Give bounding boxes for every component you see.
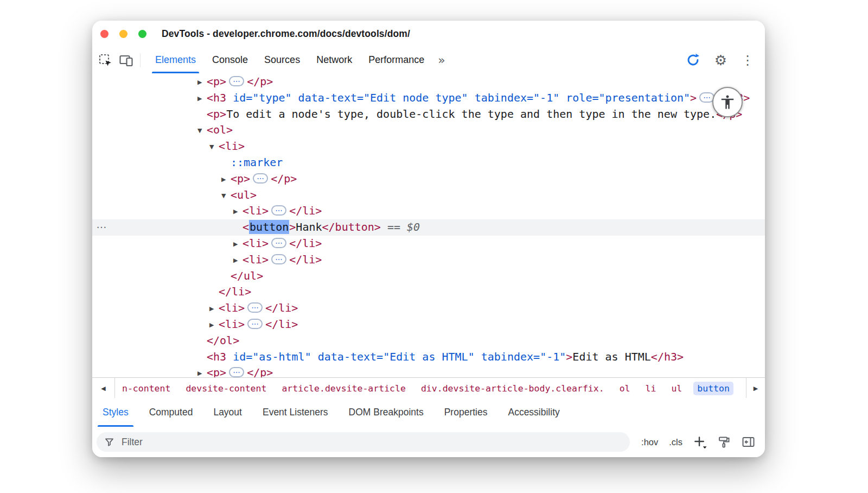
window-title: DevTools - developer.chrome.com/docs/dev… (162, 28, 410, 40)
breadcrumb-list: n-contentdevsite-contentarticle.devsite-… (115, 382, 741, 395)
dom-tree-row[interactable]: ▶<li>⋯</li> (92, 300, 765, 317)
expand-arrow-icon[interactable]: ▶ (197, 74, 207, 91)
dom-tree-row[interactable]: ▼<ul> (92, 187, 765, 204)
breadcrumb-scroll-right-button[interactable]: ▶ (746, 378, 765, 399)
dom-tree-row[interactable]: ▶<li>⋯</li> (92, 236, 765, 252)
tab-styles[interactable]: Styles (92, 398, 139, 427)
collapsed-content-icon[interactable]: ⋯ (271, 238, 286, 248)
tag-token: </button> (322, 220, 381, 233)
collapsed-content-icon[interactable]: ⋯ (247, 302, 263, 313)
styles-toolbar: :hov .cls (92, 427, 765, 457)
breadcrumb-item[interactable]: div.devsite-article-body.clearfix. (417, 382, 608, 395)
tag-token: </ul> (231, 269, 263, 282)
tab-computed[interactable]: Computed (139, 398, 203, 427)
expand-arrow-icon[interactable]: ▶ (197, 365, 207, 378)
tab-performance[interactable]: Performance (360, 47, 432, 73)
dom-tree-row[interactable]: ▼<li> (92, 138, 765, 155)
toggle-element-state-button[interactable]: :hov (641, 437, 658, 447)
paint-format-button[interactable] (718, 435, 731, 448)
tab-elements[interactable]: Elements (147, 47, 204, 73)
expand-arrow-icon[interactable]: ▶ (233, 252, 242, 269)
collapse-arrow-icon[interactable]: ▼ (197, 123, 207, 139)
breadcrumb-item[interactable]: ul (667, 382, 686, 395)
styles-filter-input[interactable] (120, 436, 623, 448)
dom-tree-row[interactable]: ▶<li>⋯</li> (92, 203, 765, 219)
breadcrumb-item[interactable]: li (642, 382, 660, 395)
expand-arrow-icon[interactable]: ▶ (209, 301, 219, 317)
dom-tree: ▶<p>⋯</p>▶<h3 id="type" data-text="Edit … (92, 73, 765, 378)
collapsed-content-icon[interactable]: ⋯ (253, 173, 268, 184)
inspect-icon (98, 53, 112, 67)
more-tabs-button[interactable]: » (438, 54, 445, 66)
dom-tree-row[interactable]: ▶<li>⋯</li> (92, 252, 765, 268)
breadcrumb-scroll-left-button[interactable]: ◀ (92, 378, 115, 399)
window-titlebar: DevTools - developer.chrome.com/docs/dev… (92, 21, 765, 47)
kebab-menu-icon[interactable]: ⋮ (741, 54, 754, 67)
toggle-sidebar-icon (742, 435, 755, 448)
attribute-name-token: role= (559, 91, 598, 104)
text-content: To edit a node's type, double-click the … (226, 108, 716, 121)
dom-tree-row[interactable]: </ul> (92, 268, 765, 285)
collapsed-content-icon[interactable]: ⋯ (247, 319, 263, 329)
dom-tree-row[interactable]: </ol> (92, 333, 765, 349)
expand-arrow-icon[interactable]: ▶ (209, 317, 219, 333)
tag-token: <p> (231, 172, 250, 185)
dom-tree-row[interactable]: …<button>Hank</button> == $0 (92, 219, 765, 236)
devtools-toolbar: ElementsConsoleSourcesNetworkPerformance… (92, 47, 765, 74)
breadcrumb-item[interactable]: button (693, 382, 733, 395)
expand-arrow-icon[interactable]: ▶ (233, 236, 242, 252)
tab-sources[interactable]: Sources (256, 47, 308, 73)
collapsed-content-icon[interactable]: ⋯ (271, 205, 286, 216)
tab-event-listeners[interactable]: Event Listeners (252, 398, 339, 427)
collapse-arrow-icon[interactable]: ▼ (221, 188, 231, 204)
dom-tree-row[interactable]: ▶<li>⋯</li> (92, 317, 765, 333)
collapsed-content-icon[interactable]: ⋯ (229, 76, 244, 86)
tab-console[interactable]: Console (204, 47, 256, 73)
tab-properties[interactable]: Properties (434, 398, 498, 427)
expand-arrow-icon[interactable]: ▶ (233, 204, 242, 220)
tag-token: <p> (207, 75, 226, 88)
expand-arrow-icon[interactable]: ▶ (221, 172, 231, 188)
tab-network[interactable]: Network (308, 47, 360, 73)
collapsed-content-icon[interactable]: ⋯ (229, 367, 244, 377)
more-actions-icon[interactable]: … (96, 217, 107, 233)
breadcrumb-item[interactable]: n-content (118, 382, 174, 395)
collapse-arrow-icon[interactable]: ▼ (209, 139, 219, 155)
tab-accessibility[interactable]: Accessibility (497, 398, 570, 427)
expand-arrow-icon[interactable]: ▶ (197, 91, 207, 107)
element-classes-button[interactable]: .cls (669, 437, 682, 447)
close-button[interactable] (100, 30, 108, 38)
dom-tree-row[interactable]: ▶<h3 id="type" data-text="Edit node type… (92, 90, 765, 106)
dom-tree-row[interactable]: <p>To edit a node's type, double-click t… (92, 106, 765, 123)
refresh-icon (686, 53, 700, 67)
breadcrumb-item[interactable]: article.devsite-article (278, 382, 409, 395)
tag-token: </p> (271, 172, 297, 185)
refresh-button[interactable] (686, 53, 700, 67)
dollar-zero-reference: $0 (407, 220, 420, 233)
collapsed-content-icon[interactable]: ⋯ (271, 254, 286, 264)
plus-icon (693, 435, 707, 449)
settings-gear-icon[interactable]: ⚙ (714, 53, 727, 67)
device-toolbar-button[interactable] (118, 52, 135, 68)
tag-token: </h3> (651, 350, 684, 363)
tab-dom-breakpoints[interactable]: DOM Breakpoints (339, 398, 434, 427)
dom-tree-row[interactable]: ▶<p>⋯</p> (92, 74, 765, 90)
breadcrumb-item[interactable]: devsite-content (182, 382, 270, 395)
tag-token: </li> (289, 237, 322, 250)
tab-layout[interactable]: Layout (203, 398, 252, 427)
toggle-sidebar-button[interactable] (742, 435, 755, 448)
minimize-button[interactable] (119, 30, 127, 38)
tag-token: <li> (242, 204, 269, 217)
dom-tree-row[interactable]: </li> (92, 284, 765, 300)
zoom-button[interactable] (138, 30, 146, 38)
dom-tree-row[interactable]: ▶<p>⋯</p> (92, 171, 765, 187)
dom-tree-row[interactable]: ▼<ol> (92, 122, 765, 138)
dom-tree-row[interactable]: ::marker (92, 155, 765, 171)
new-style-rule-button[interactable] (693, 435, 707, 449)
dom-tree-row[interactable]: ▶<p>⋯</p> (92, 365, 765, 378)
inspect-element-button[interactable] (97, 52, 113, 68)
tag-token: </p> (247, 75, 273, 88)
breadcrumb-item[interactable]: ol (616, 382, 634, 395)
dom-tree-row[interactable]: <h3 id="as-html" data-text="Edit as HTML… (92, 349, 765, 365)
paint-format-icon (718, 435, 731, 448)
